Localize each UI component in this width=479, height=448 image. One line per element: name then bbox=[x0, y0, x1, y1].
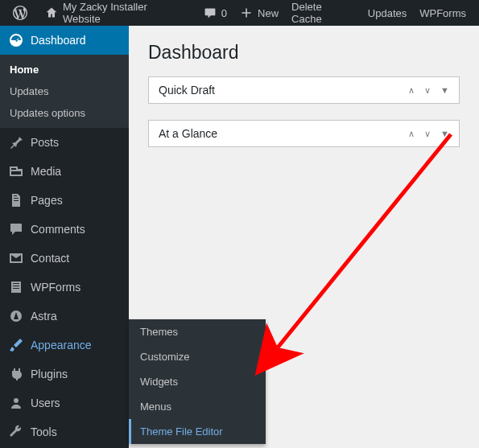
panel-controls: ∧ ∨ ▼ bbox=[408, 129, 449, 139]
main-content: Dashboard Quick Draft ∧ ∨ ▼ At a Glance … bbox=[129, 26, 479, 448]
panel-title: Quick Draft bbox=[159, 84, 215, 97]
comment-icon bbox=[204, 6, 217, 19]
sidebar-label: Contact bbox=[31, 252, 69, 265]
sidebar-label: Comments bbox=[31, 223, 85, 236]
brush-icon bbox=[8, 337, 24, 353]
pin-icon bbox=[8, 134, 24, 150]
wrench-icon bbox=[8, 424, 24, 440]
sidebar-label: Posts bbox=[31, 136, 59, 149]
wp-logo[interactable] bbox=[6, 0, 39, 26]
sidebar-label: Pages bbox=[31, 194, 63, 207]
panel-controls: ∧ ∨ ▼ bbox=[408, 85, 449, 96]
page-icon bbox=[8, 192, 24, 208]
move-up-icon[interactable]: ∧ bbox=[408, 85, 415, 96]
updates-link[interactable]: Updates bbox=[361, 0, 413, 26]
toggle-icon[interactable]: ▼ bbox=[440, 85, 449, 96]
form-icon bbox=[8, 279, 24, 295]
wpforms-link[interactable]: WPForms bbox=[413, 0, 473, 26]
panel-at-a-glance[interactable]: At a Glance ∧ ∨ ▼ bbox=[148, 120, 460, 147]
sidebar-sub-updates[interactable]: Updates bbox=[0, 80, 129, 102]
mail-icon bbox=[8, 250, 24, 266]
delete-cache-link[interactable]: Delete Cache bbox=[285, 0, 361, 26]
admin-toolbar: My Zacky Installer Website 0 New Delete … bbox=[0, 0, 479, 26]
home-icon bbox=[45, 6, 58, 19]
new-label: New bbox=[258, 7, 279, 19]
sidebar-item-pages[interactable]: Pages bbox=[0, 186, 129, 215]
panel-quick-draft[interactable]: Quick Draft ∧ ∨ ▼ bbox=[148, 76, 460, 104]
plug-icon bbox=[8, 366, 24, 382]
page-title: Dashboard bbox=[148, 42, 460, 64]
admin-sidebar: Dashboard Home Updates Updates options P… bbox=[0, 26, 129, 448]
sidebar-label: Users bbox=[31, 397, 60, 409]
comments-link[interactable]: 0 bbox=[197, 0, 233, 26]
sidebar-item-media[interactable]: Media bbox=[0, 157, 129, 186]
sidebar-label: Media bbox=[31, 165, 61, 178]
sidebar-sub-updates-options[interactable]: Updates options bbox=[0, 102, 129, 124]
sidebar-label: Plugins bbox=[31, 368, 68, 380]
site-name-link[interactable]: My Zacky Installer Website bbox=[39, 0, 194, 26]
toggle-icon[interactable]: ▼ bbox=[440, 129, 449, 139]
sidebar-item-posts[interactable]: Posts bbox=[0, 128, 129, 157]
sidebar-item-plugins[interactable]: Plugins bbox=[0, 360, 129, 388]
sidebar-item-astra[interactable]: Astra bbox=[0, 302, 129, 331]
media-icon bbox=[8, 163, 24, 179]
sidebar-item-comments[interactable]: Comments bbox=[0, 215, 129, 244]
sidebar-sub-home[interactable]: Home bbox=[0, 59, 129, 80]
site-name-text: My Zacky Installer Website bbox=[63, 1, 188, 25]
panel-title: At a Glance bbox=[159, 127, 217, 140]
svg-point-1 bbox=[14, 398, 19, 403]
wordpress-icon bbox=[13, 6, 27, 20]
sidebar-item-contact[interactable]: Contact bbox=[0, 244, 129, 273]
sidebar-item-dashboard[interactable]: Dashboard bbox=[0, 26, 129, 55]
sidebar-label: Dashboard bbox=[31, 34, 86, 47]
sidebar-item-users[interactable]: Users bbox=[0, 388, 129, 417]
new-link[interactable]: New bbox=[233, 0, 285, 26]
comments-count: 0 bbox=[221, 7, 227, 19]
sidebar-label: Appearance bbox=[31, 339, 92, 351]
sidebar-item-appearance[interactable]: Appearance bbox=[0, 331, 129, 360]
sidebar-label: WPForms bbox=[31, 281, 81, 294]
sidebar-item-tools[interactable]: Tools bbox=[0, 417, 129, 446]
move-down-icon[interactable]: ∨ bbox=[424, 129, 431, 139]
plus-icon bbox=[240, 6, 253, 19]
astra-icon bbox=[8, 308, 24, 324]
sidebar-submenu-dashboard: Home Updates Updates options bbox=[0, 55, 129, 128]
sidebar-item-wpforms[interactable]: WPForms bbox=[0, 273, 129, 302]
move-up-icon[interactable]: ∧ bbox=[408, 129, 415, 139]
dashboard-icon bbox=[8, 32, 24, 48]
user-icon bbox=[8, 395, 24, 411]
sidebar-label: Tools bbox=[31, 425, 57, 438]
move-down-icon[interactable]: ∨ bbox=[424, 85, 431, 96]
sidebar-label: Astra bbox=[31, 310, 57, 323]
comments-icon bbox=[8, 221, 24, 237]
